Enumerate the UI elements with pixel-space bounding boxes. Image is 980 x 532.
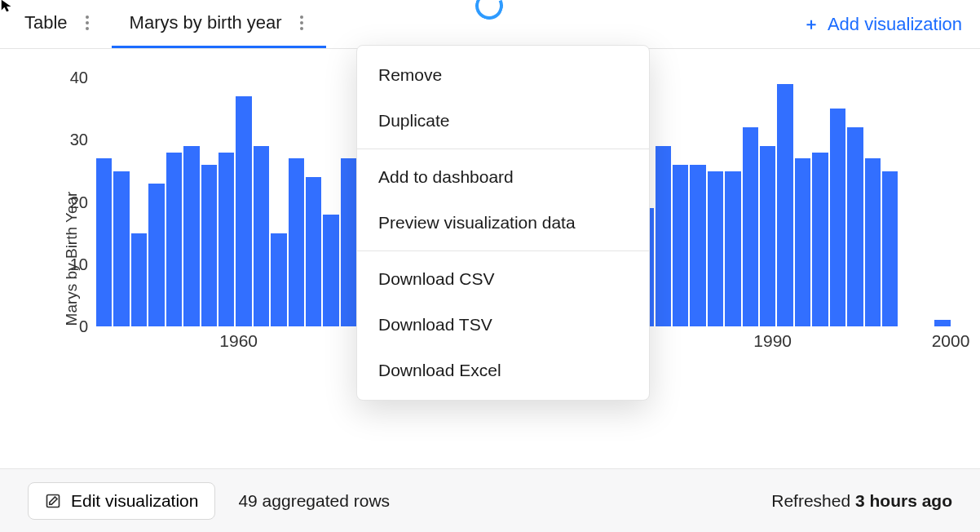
menu-duplicate[interactable]: Duplicate [357, 98, 649, 144]
add-visualization-button[interactable]: ＋ Add visualization [803, 13, 962, 35]
bar[interactable] [96, 158, 112, 326]
bar[interactable] [725, 171, 740, 326]
svg-rect-0 [47, 494, 60, 507]
bar[interactable] [236, 96, 251, 326]
tab-label: Marys by birth year [130, 12, 282, 33]
edit-visualization-label: Edit visualization [71, 491, 198, 511]
bar[interactable] [219, 153, 234, 326]
bar[interactable] [341, 158, 356, 326]
menu-separator [357, 250, 649, 251]
x-tick: 2000 [932, 331, 970, 351]
kebab-icon[interactable] [81, 9, 94, 37]
bar[interactable] [777, 84, 792, 326]
edit-icon [45, 493, 61, 509]
bar[interactable] [148, 184, 164, 326]
edit-visualization-button[interactable]: Edit visualization [28, 482, 215, 520]
x-tick: 1960 [219, 331, 258, 351]
menu-add-to-dashboard[interactable]: Add to dashboard [357, 154, 649, 200]
menu-separator [357, 149, 649, 149]
menu-download-csv[interactable]: Download CSV [357, 256, 649, 302]
y-tick: 10 [55, 255, 88, 273]
bar[interactable] [673, 165, 688, 326]
tab-marys-by-birth-year[interactable]: Marys by birth year [112, 0, 326, 48]
bar[interactable] [323, 215, 338, 326]
tab-context-menu: Remove Duplicate Add to dashboard Previe… [356, 45, 650, 401]
menu-preview-visualization-data[interactable]: Preview visualization data [357, 200, 649, 246]
bar[interactable] [743, 127, 758, 326]
plus-icon: ＋ [803, 13, 819, 35]
y-tick: 40 [55, 69, 88, 87]
x-tick: 1990 [753, 331, 792, 351]
bar[interactable] [306, 177, 321, 326]
refreshed-text: Refreshed 3 hours ago [771, 491, 952, 511]
bar[interactable] [882, 171, 898, 326]
footer-bar: Edit visualization 49 aggregated rows Re… [0, 468, 980, 532]
bar[interactable] [183, 146, 199, 326]
rows-count-text: 49 aggregated rows [238, 491, 390, 511]
bar[interactable] [113, 171, 129, 326]
menu-download-tsv[interactable]: Download TSV [357, 302, 649, 348]
bar[interactable] [271, 233, 286, 326]
menu-remove[interactable]: Remove [357, 52, 649, 98]
bar[interactable] [131, 233, 147, 326]
bar[interactable] [847, 127, 863, 326]
y-tick: 0 [55, 317, 88, 336]
tabs-bar: Table Marys by birth year ＋ Add visualiz… [0, 0, 980, 49]
bar[interactable] [166, 153, 182, 326]
menu-download-excel[interactable]: Download Excel [357, 348, 649, 393]
bar[interactable] [760, 146, 775, 326]
bar[interactable] [830, 109, 845, 326]
bar[interactable] [865, 158, 881, 326]
bar[interactable] [254, 146, 269, 326]
kebab-icon[interactable] [295, 9, 308, 37]
bar[interactable] [812, 153, 828, 326]
bar[interactable] [934, 320, 950, 326]
tab-label: Table [24, 12, 68, 33]
bar[interactable] [708, 171, 723, 326]
y-tick: 30 [55, 131, 88, 149]
bar[interactable] [201, 165, 217, 326]
add-visualization-label: Add visualization [828, 14, 962, 35]
bar[interactable] [795, 158, 810, 326]
bar[interactable] [289, 158, 304, 326]
y-tick: 20 [55, 193, 88, 211]
y-axis: 010203040 [55, 65, 88, 326]
bar[interactable] [656, 146, 671, 326]
tab-table[interactable]: Table [7, 0, 112, 48]
bar[interactable] [690, 165, 705, 326]
